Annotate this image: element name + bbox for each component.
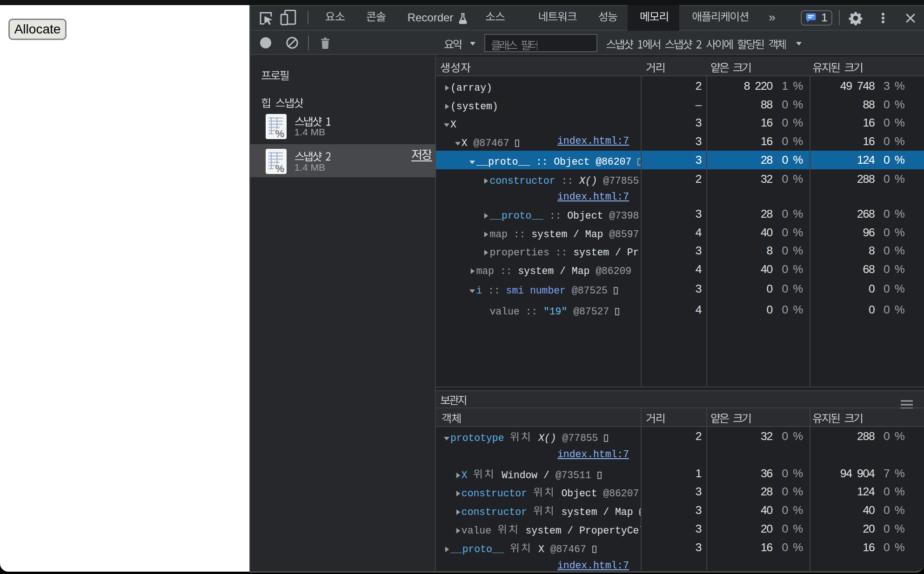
svg-text:%: % [275, 128, 284, 139]
svg-text:%: % [275, 163, 284, 174]
